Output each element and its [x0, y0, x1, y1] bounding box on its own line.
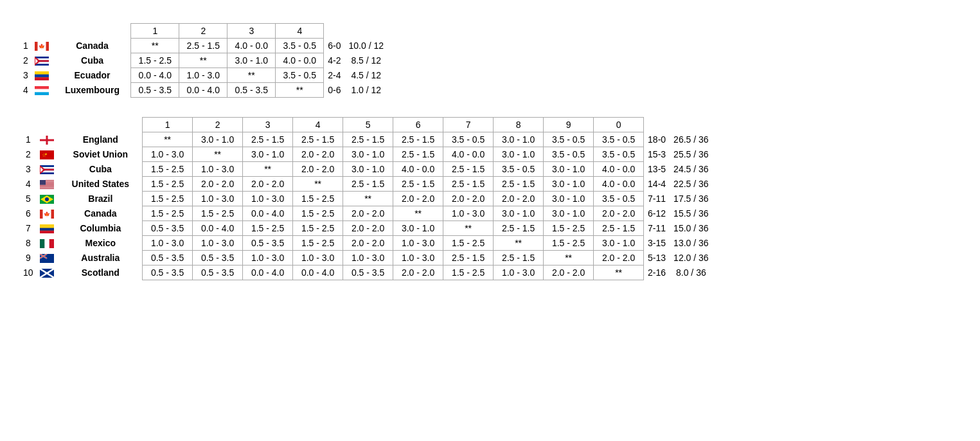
score-cell-9-6: 1.5 - 2.5	[443, 266, 494, 280]
svg-rect-38	[40, 187, 54, 188]
score-cell-1-1: **	[193, 147, 243, 162]
prel2-col4: 4	[276, 24, 324, 39]
score-cell-9-1: 0.5 - 3.5	[193, 266, 243, 280]
svg-rect-50	[40, 228, 54, 231]
points-cell: 15.0 / 36	[670, 221, 713, 236]
score-cell-0-4: 2.5 - 1.5	[343, 132, 393, 147]
fina-col6: 6	[393, 118, 443, 132]
score-cell-7-6: 1.5 - 2.5	[443, 236, 494, 251]
score-cell-0-8: 3.5 - 0.5	[544, 132, 594, 147]
team-name: Australia	[59, 251, 143, 266]
points-cell: 1.0 / 12	[345, 83, 388, 98]
score-cell-6-4: 2.0 - 2.0	[343, 221, 393, 236]
luxembourg-flag-icon	[35, 86, 49, 95]
score-cell-2-6: 2.5 - 1.5	[443, 162, 494, 177]
score-cell-5-1: 1.5 - 2.5	[193, 206, 243, 221]
score-cell-3-2: 2.0 - 2.0	[243, 177, 293, 192]
score-cell-0-2: 2.5 - 1.5	[243, 132, 293, 147]
score-cell-2-1: 1.0 - 3.0	[193, 162, 243, 177]
team-name: Canada	[54, 39, 131, 53]
points-cell: 8.5 / 12	[345, 53, 388, 68]
rank-cell: 3	[19, 68, 32, 83]
points-cell: 17.5 / 36	[670, 192, 713, 206]
prel2-col-headers: 1 2 3 4	[19, 24, 388, 39]
score-cell-3-3: **	[276, 83, 324, 98]
australia-flag-icon	[40, 254, 54, 263]
score-cell-2-9: 4.0 - 0.0	[594, 162, 644, 177]
team-name: Scotland	[59, 266, 143, 280]
score-cell-1-0: 1.0 - 3.0	[143, 147, 193, 162]
score-cell-0-0: **	[143, 132, 193, 147]
score-cell-9-7: 1.0 - 3.0	[494, 266, 544, 280]
record-cell: 13-5	[644, 162, 670, 177]
score-cell-6-3: 1.5 - 2.5	[293, 221, 343, 236]
svg-rect-41	[40, 180, 46, 185]
table-row: 3 Ecuador 0.0 - 4.01.0 - 3.0**3.5 - 0.5 …	[19, 68, 388, 83]
table-row: 9 Australia 0.5 - 3.50.5 - 3.51.0 - 3.01…	[19, 251, 713, 266]
svg-rect-2	[46, 42, 49, 51]
score-cell-7-4: 2.0 - 2.0	[343, 236, 393, 251]
team-name: Columbia	[59, 221, 143, 236]
score-cell-4-3: 1.5 - 2.5	[293, 192, 343, 206]
score-cell-3-4: 2.5 - 1.5	[343, 177, 393, 192]
prel2-col3: 3	[227, 24, 276, 39]
svg-text:✦: ✦	[44, 152, 48, 156]
rank-cell: 9	[19, 251, 37, 266]
svg-text:🍁: 🍁	[44, 211, 50, 217]
score-cell-0-2: 4.0 - 0.0	[227, 39, 276, 53]
score-cell-6-9: 2.5 - 1.5	[594, 221, 644, 236]
flag-cell	[37, 132, 59, 147]
rank-cell: 3	[19, 162, 37, 177]
svg-rect-54	[49, 239, 53, 248]
svg-rect-1	[35, 42, 38, 51]
score-cell-6-7: 2.5 - 1.5	[494, 221, 544, 236]
points-cell: 10.0 / 12	[345, 39, 388, 53]
svg-rect-53	[40, 239, 44, 248]
score-cell-0-1: 3.0 - 1.0	[193, 132, 243, 147]
team-name: Cuba	[54, 53, 131, 68]
fina-col-headers: 1 2 3 4 5 6 7 8 9 0	[19, 118, 713, 132]
team-name: United States	[59, 177, 143, 192]
score-cell-5-7: 3.0 - 1.0	[494, 206, 544, 221]
table-row: 4 United States 1.5 - 2.52.0 - 2.02.0 - …	[19, 177, 713, 192]
score-cell-4-0: 1.5 - 2.5	[143, 192, 193, 206]
canada-flag-icon: 🍁	[35, 42, 49, 51]
rank-cell: 6	[19, 206, 37, 221]
record-cell: 6-12	[644, 206, 670, 221]
columbia-flag-icon	[40, 224, 54, 233]
score-cell-6-5: 3.0 - 1.0	[393, 221, 443, 236]
score-cell-4-4: **	[343, 192, 393, 206]
score-cell-2-0: 0.0 - 4.0	[131, 68, 179, 83]
score-cell-3-1: 2.0 - 2.0	[193, 177, 243, 192]
record-cell: 6-0	[324, 39, 345, 53]
score-cell-8-8: **	[544, 251, 594, 266]
rank-cell: 1	[19, 132, 37, 147]
score-cell-1-3: 4.0 - 0.0	[276, 53, 324, 68]
points-cell: 4.5 / 12	[345, 68, 388, 83]
score-cell-0-3: 3.5 - 0.5	[276, 39, 324, 53]
score-cell-6-8: 1.5 - 2.5	[544, 221, 594, 236]
fina-col5: 5	[343, 118, 393, 132]
prel2-col1: 1	[131, 24, 179, 39]
score-cell-7-2: 0.5 - 3.5	[243, 236, 293, 251]
table-row: 1 🍁 Canada **2.5 - 1.54.0 - 0.03.5 - 0.5…	[19, 39, 388, 53]
team-name: Canada	[59, 206, 143, 221]
score-cell-1-5: 2.5 - 1.5	[393, 147, 443, 162]
score-cell-3-2: 0.5 - 3.5	[227, 83, 276, 98]
table-row: 1 England **3.0 - 1.02.5 - 1.52.5 - 1.52…	[19, 132, 713, 147]
score-cell-5-5: **	[393, 206, 443, 221]
score-cell-2-3: 2.0 - 2.0	[293, 162, 343, 177]
svg-rect-11	[35, 75, 49, 78]
svg-rect-47	[51, 210, 54, 219]
score-cell-3-6: 2.5 - 1.5	[443, 177, 494, 192]
brazil-flag-icon	[40, 195, 54, 204]
score-cell-5-2: 0.0 - 4.0	[243, 206, 293, 221]
flag-cell	[37, 251, 59, 266]
score-cell-2-1: 1.0 - 3.0	[179, 68, 227, 83]
svg-rect-39	[40, 188, 54, 188]
score-cell-9-9: **	[594, 266, 644, 280]
flag-cell	[37, 177, 59, 192]
svg-rect-40	[40, 188, 54, 189]
rank-cell: 4	[19, 83, 32, 98]
table-row: 3 Cuba 1.5 - 2.51.0 - 3.0**2.0 - 2.03.0 …	[19, 162, 713, 177]
